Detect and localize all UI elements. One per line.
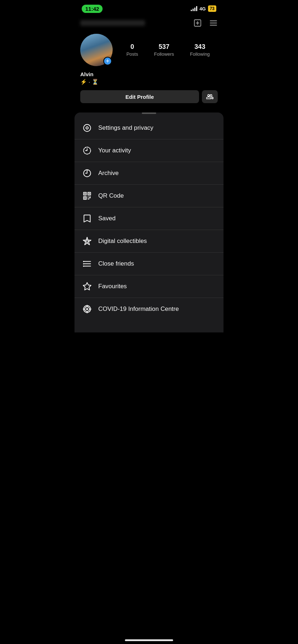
profile-bio: ⚡ · ⏳ <box>80 79 218 85</box>
bottom-sheet: Settings and privacy Your activity Archi… <box>74 112 224 332</box>
close-friends-label: Close friends <box>98 260 134 267</box>
stats-container: 0 Posts 537 Followers 343 Following <box>118 43 218 57</box>
profile-name-section: Alvin ⚡ · ⏳ <box>74 70 224 88</box>
svg-rect-14 <box>89 193 90 194</box>
suggest-people-button[interactable] <box>202 90 218 103</box>
favourites-icon <box>82 281 92 292</box>
close-friends-icon <box>82 258 92 269</box>
svg-point-27 <box>83 261 84 262</box>
svg-rect-13 <box>84 193 85 194</box>
posts-label: Posts <box>126 51 138 57</box>
edit-profile-button[interactable]: Edit Profile <box>80 90 199 103</box>
saved-icon <box>82 213 92 224</box>
archive-label: Archive <box>98 170 119 177</box>
svg-point-23 <box>86 240 89 243</box>
signal-bars-icon <box>191 6 197 11</box>
svg-point-7 <box>86 127 89 129</box>
saved-label: Saved <box>98 215 116 222</box>
following-count: 343 <box>190 43 210 51</box>
settings-icon <box>82 123 92 133</box>
profile-name: Alvin <box>80 71 218 77</box>
svg-point-32 <box>86 308 88 310</box>
status-bar: 11:42 4G 73 <box>74 0 224 16</box>
profile-header <box>74 16 224 30</box>
posts-count: 0 <box>126 43 138 51</box>
menu-item-archive[interactable]: Archive <box>74 162 224 185</box>
avatar-container[interactable]: + <box>80 34 113 66</box>
qr-code-icon <box>82 190 92 201</box>
sheet-handle <box>142 112 156 114</box>
menu-item-saved[interactable]: Saved <box>74 207 224 230</box>
action-buttons: Edit Profile <box>74 88 224 109</box>
covid-label: COVID-19 Information Centre <box>98 305 179 313</box>
covid-icon <box>82 304 92 314</box>
status-right: 4G 73 <box>191 5 216 12</box>
add-story-button[interactable]: + <box>103 57 112 65</box>
posts-stat[interactable]: 0 Posts <box>126 43 138 57</box>
collectibles-label: Digital collectibles <box>98 238 147 245</box>
header-icons <box>193 19 218 27</box>
followers-label: Followers <box>154 51 174 57</box>
menu-item-settings[interactable]: Settings and privacy <box>74 117 224 139</box>
svg-point-6 <box>83 124 91 132</box>
followers-count: 537 <box>154 43 174 51</box>
svg-marker-30 <box>83 282 91 290</box>
menu-item-collectibles[interactable]: Digital collectibles <box>74 230 224 253</box>
menu-item-qr[interactable]: QR Code <box>74 185 224 207</box>
bio-emojis: ⚡ · ⏳ <box>80 79 99 85</box>
add-post-button[interactable] <box>193 19 202 27</box>
archive-icon <box>82 168 92 179</box>
menu-item-activity[interactable]: Your activity <box>74 139 224 162</box>
activity-icon <box>82 145 92 156</box>
menu-item-close-friends[interactable]: Close friends <box>74 253 224 275</box>
menu-item-favourites[interactable]: Favourites <box>74 275 224 298</box>
following-label: Following <box>190 51 210 57</box>
battery-indicator: 73 <box>208 5 216 12</box>
qr-label: QR Code <box>98 192 124 199</box>
username-blurred <box>80 20 145 26</box>
followers-stat[interactable]: 537 Followers <box>154 43 174 57</box>
svg-point-28 <box>83 263 84 264</box>
status-time: 11:42 <box>82 5 103 13</box>
menu-button[interactable] <box>209 19 218 27</box>
favourites-label: Favourites <box>98 283 127 290</box>
profile-info-section: + 0 Posts 537 Followers 343 Following <box>74 30 224 70</box>
network-label: 4G <box>199 6 206 12</box>
following-stat[interactable]: 343 Following <box>190 43 210 57</box>
settings-label: Settings and privacy <box>98 124 153 132</box>
activity-label: Your activity <box>98 147 131 154</box>
svg-rect-15 <box>84 197 85 198</box>
collectibles-icon <box>82 236 92 247</box>
svg-point-29 <box>83 266 84 267</box>
menu-item-covid[interactable]: COVID-19 Information Centre <box>74 298 224 320</box>
